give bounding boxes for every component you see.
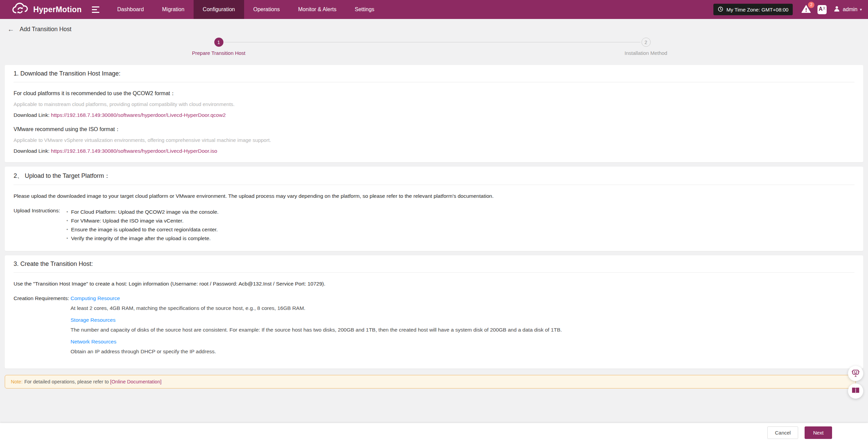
language-letter: A	[819, 6, 823, 12]
timezone-label: My Time Zone: GMT+08:00	[726, 7, 788, 13]
iso-download-line: Download Link: https://192.168.7.149:300…	[14, 148, 854, 154]
upload-section-title: 2、 Upload to the Target Platform：	[14, 172, 854, 180]
warning-triangle-icon	[802, 8, 811, 14]
language-switch-icon[interactable]: A 文	[817, 5, 827, 14]
step-2-number: 2	[642, 38, 651, 47]
ai-assistant-button[interactable]: A	[848, 366, 863, 381]
computing-resource-desc: At least 2 cores, 4GB RAM, matching the …	[71, 305, 562, 311]
iso-download-label: Download Link:	[14, 148, 50, 154]
upload-platform-section: 2、 Upload to the Target Platform： Please…	[5, 167, 863, 251]
requirement-computing: Computing Resource At least 2 cores, 4GB…	[71, 295, 562, 311]
step-wizard: 1 Prepare Transition Host 2 Installation…	[0, 33, 868, 65]
note-label: Note:	[11, 379, 23, 384]
creation-requirements-list: Computing Resource At least 2 cores, 4GB…	[71, 295, 562, 360]
back-arrow-icon[interactable]: ←	[7, 25, 14, 33]
clock-icon	[718, 6, 723, 13]
create-section-title: 3. Create the Transition Host:	[14, 260, 854, 268]
requirement-network: Network Resources Obtain an IP address t…	[71, 339, 562, 355]
instruction-text: Ensure the image is uploaded to the corr…	[71, 225, 218, 234]
creation-requirements-row: Creation Requirements: Computing Resourc…	[14, 295, 854, 360]
step-1-label: Prepare Transition Host	[168, 50, 270, 56]
qcow2-download-link[interactable]: https://192.168.7.149:30080/softwares/hy…	[51, 112, 225, 118]
page-title: Add Transition Host	[20, 26, 72, 33]
iso-download-link[interactable]: https://192.168.7.149:30080/softwares/hy…	[51, 148, 217, 154]
step-2-label: Installation Method	[595, 50, 697, 56]
documentation-button[interactable]	[848, 383, 863, 399]
step-1-prepare-transition-host: 1 Prepare Transition Host	[168, 38, 270, 56]
brand-name: HyperMotion	[33, 5, 82, 14]
list-item: • Ensure the image is uploaded to the co…	[66, 225, 219, 234]
upload-instructions-list: • For Cloud Platform: Upload the QCOW2 i…	[66, 208, 219, 243]
instruction-text: For VMware: Upload the ISO image via vCe…	[71, 216, 184, 225]
user-menu[interactable]: admin ▾	[833, 5, 862, 14]
nav-item-dashboard[interactable]: Dashboard	[108, 0, 153, 19]
list-item: • Verify the integrity of the image afte…	[66, 234, 219, 243]
requirement-storage: Storage Resources The number and capacit…	[71, 317, 562, 333]
user-icon	[833, 5, 840, 14]
open-book-icon	[851, 387, 860, 395]
nav-item-monitor-alerts[interactable]: Monitor & Alerts	[289, 0, 346, 19]
bullet-icon: •	[66, 225, 68, 234]
alerts-button[interactable]: 2	[802, 5, 811, 15]
robot-icon: A	[851, 368, 860, 379]
storage-resources-desc: The number and capacity of disks of the …	[71, 327, 562, 333]
step-connector-line	[224, 42, 640, 42]
qcow2-download-line: Download Link: https://192.168.7.149:300…	[14, 112, 854, 118]
creation-requirements-label: Creation Requirements:	[14, 295, 71, 360]
qcow2-heading: For cloud platforms it is recommended to…	[14, 90, 854, 97]
iso-description: Applicable to VMware vSphere virtualizat…	[14, 137, 854, 143]
timezone-badge[interactable]: My Time Zone: GMT+08:00	[713, 4, 793, 15]
username: admin	[843, 6, 857, 13]
main-nav: Dashboard Migration Configuration Operat…	[108, 0, 383, 19]
computing-resource-link[interactable]: Computing Resource	[71, 295, 120, 301]
language-cjk: 文	[823, 7, 826, 10]
note-text: For detailed operations, please refer to	[24, 379, 109, 384]
storage-resources-link[interactable]: Storage Resources	[71, 317, 116, 323]
list-item: • For Cloud Platform: Upload the QCOW2 i…	[66, 208, 219, 216]
iso-heading: VMware recommend using the ISO format：	[14, 126, 854, 133]
header-right: My Time Zone: GMT+08:00 2 A 文	[713, 0, 868, 19]
bullet-icon: •	[66, 216, 68, 225]
network-resources-desc: Obtain an IP address through DHCP or spe…	[71, 349, 562, 355]
brand: HyperMotion	[0, 0, 82, 19]
step-1-number: 1	[214, 38, 223, 47]
create-intro: Use the "Transition Host Image" to creat…	[14, 281, 854, 287]
upload-instructions-label: Upload Instructions:	[14, 208, 66, 243]
nav-item-settings[interactable]: Settings	[346, 0, 383, 19]
next-button[interactable]: Next	[805, 426, 832, 439]
app-header: HyperMotion Dashboard Migration Configur…	[0, 0, 868, 19]
network-resources-link[interactable]: Network Resources	[71, 339, 116, 345]
nav-item-operations[interactable]: Operations	[244, 0, 289, 19]
list-item: • For VMware: Upload the ISO image via v…	[66, 216, 219, 225]
note-banner: Note: For detailed operations, please re…	[5, 375, 856, 388]
download-image-section: 1. Download the Transition Host Image: F…	[5, 65, 863, 162]
chevron-down-icon: ▾	[860, 7, 862, 12]
bullet-icon: •	[66, 208, 68, 216]
instruction-text: Verify the integrity of the image after …	[71, 234, 211, 243]
svg-text:A: A	[855, 375, 857, 377]
divider	[14, 185, 854, 185]
upload-instructions-row: Upload Instructions: • For Cloud Platfor…	[14, 208, 854, 243]
page-title-row: ← Add Transition Host	[0, 19, 868, 33]
qcow2-description: Applicable to mainstream cloud platforms…	[14, 101, 854, 107]
nav-item-migration[interactable]: Migration	[153, 0, 194, 19]
step-2-installation-method: 2 Installation Method	[595, 38, 697, 56]
bullet-icon: •	[66, 234, 68, 243]
cancel-button[interactable]: Cancel	[767, 426, 798, 439]
create-host-section: 3. Create the Transition Host: Use the "…	[5, 255, 863, 369]
online-documentation-link[interactable]: [Online Documentation]	[110, 379, 162, 384]
divider	[14, 272, 854, 273]
divider	[14, 82, 854, 82]
menu-toggle-icon[interactable]	[92, 0, 99, 19]
qcow2-download-label: Download Link:	[14, 112, 50, 118]
nav-item-configuration[interactable]: Configuration	[194, 0, 244, 19]
upload-intro: Please upload the downloaded image to yo…	[14, 193, 854, 199]
download-section-title: 1. Download the Transition Host Image:	[14, 70, 854, 77]
instruction-text: For Cloud Platform: Upload the QCOW2 ima…	[71, 208, 219, 216]
footer-action-bar: Cancel Next	[0, 423, 868, 442]
notification-count-badge: 2	[808, 2, 814, 8]
cloud-migration-logo-icon	[12, 3, 29, 16]
